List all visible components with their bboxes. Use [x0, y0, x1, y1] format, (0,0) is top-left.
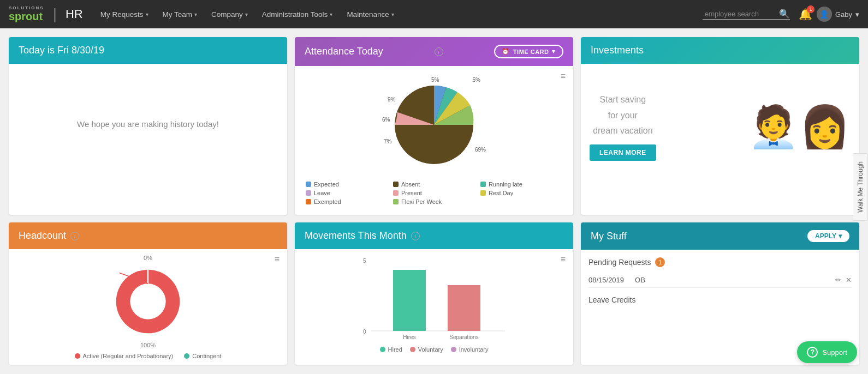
legend-item-exempted: Exempted: [306, 198, 388, 205]
nav-item-company[interactable]: Company ▾: [205, 7, 254, 22]
notification-button[interactable]: 🔔 1: [799, 8, 812, 21]
nav-item-my-requests[interactable]: My Requests ▾: [94, 7, 155, 22]
legend-label-expected: Expected: [314, 181, 339, 188]
legend-item-expected: Expected: [306, 181, 388, 188]
walk-me-through-label: Walk Me Through: [857, 161, 864, 213]
info-icon: i: [411, 232, 420, 240]
legend-item-running-late: Running late: [480, 181, 562, 188]
nav-item-maintenance[interactable]: Maintenance ▾: [340, 7, 400, 22]
headcount-donut-chart: [110, 263, 186, 340]
separations-label: Separations: [449, 334, 478, 340]
legend-color-flexi: [393, 199, 399, 204]
chevron-down-icon: ▾: [839, 232, 842, 240]
logo: SOLUTIONSsprout: [9, 6, 44, 22]
attendance-pie-chart: [390, 81, 478, 168]
legend-label-present: Present: [401, 190, 422, 196]
pending-requests-title: Pending Requests 1: [588, 257, 852, 267]
legend-item-absent: Absent: [393, 181, 475, 188]
notification-badge: 1: [807, 5, 815, 13]
attendance-legend: Expected Absent Running late Leave Prese…: [300, 177, 568, 209]
legend-item-active: Active (Regular and Probationary): [75, 353, 174, 359]
today-title: Today is Fri 8/30/19: [19, 45, 104, 56]
separations-bar: [448, 285, 480, 331]
legend-label-contingent: Contingent: [192, 353, 221, 359]
nav-item-admin-tools[interactable]: Administration Tools ▾: [255, 7, 340, 22]
chevron-down-icon: ▾: [146, 11, 148, 17]
pending-date: 08/15/2019: [588, 276, 624, 284]
investments-card: Investments Start saving for your dream …: [581, 37, 859, 215]
learn-more-button[interactable]: LEARN MORE: [590, 144, 656, 161]
main-content: Today is Fri 8/30/19 We hope you are mak…: [0, 28, 868, 373]
avatar: 👤: [817, 7, 832, 22]
pie-label-6pct: 6%: [382, 117, 390, 123]
y-label-5: 5: [363, 258, 366, 264]
investments-line2: for your: [608, 111, 638, 120]
investment-illustration: 🧑‍💼👩: [748, 106, 851, 147]
pie-label-9pct: 9%: [388, 96, 395, 102]
headcount-header: Headcount i: [9, 222, 287, 249]
investments-body: Start saving for your dream vacation LEA…: [581, 64, 859, 189]
pending-label: Pending Requests: [588, 258, 651, 267]
illustration-figures: 🧑‍💼👩: [748, 106, 851, 147]
legend-label-flexi: Flexi Per Week: [401, 198, 442, 205]
investments-title: Investments: [591, 45, 644, 56]
headcount-title: Headcount: [19, 230, 66, 242]
logo-text: SOLUTIONSsprout: [9, 6, 44, 23]
legend-color-voluntary: [410, 347, 415, 352]
legend-color-active: [75, 353, 80, 359]
menu-dots-icon[interactable]: ≡: [561, 255, 566, 264]
headcount-body: ≡ 0% 100% Active (Regular a: [9, 249, 287, 365]
movements-legend: Hired Voluntary Involuntary: [300, 346, 568, 353]
support-icon: ?: [807, 347, 818, 358]
nav-label-my-requests: My Requests: [100, 10, 144, 19]
time-card-label: TIME CARD: [513, 49, 549, 55]
investments-text: Start saving for your dream vacation: [593, 92, 652, 139]
clock-icon: ⏰: [502, 48, 510, 55]
nav-items: My Requests ▾ My Team ▾ Company ▾ Admini…: [94, 7, 703, 22]
movements-title: Movements This Month: [305, 230, 407, 242]
learn-more-label: LEARN MORE: [599, 149, 646, 156]
support-label: Support: [822, 348, 847, 357]
legend-label-exempted: Exempted: [314, 198, 341, 205]
search-icon[interactable]: 🔍: [779, 9, 790, 19]
legend-color-contingent: [184, 353, 189, 359]
headcount-card: Headcount i ≡ 0% 100%: [9, 222, 287, 365]
close-icon[interactable]: ✕: [846, 276, 852, 284]
leave-credits-label: Leave Credits: [588, 295, 635, 304]
edit-icon[interactable]: ✏: [835, 276, 841, 284]
walk-me-through-tab[interactable]: Walk Me Through: [853, 153, 868, 221]
hires-bar: [393, 270, 426, 331]
user-name: Gaby: [835, 10, 852, 19]
movements-chart-area: 5 0 Hires Separations: [300, 255, 568, 344]
nav-item-my-team[interactable]: My Team ▾: [156, 7, 204, 22]
info-icon: i: [435, 47, 443, 56]
investments-line1: Start saving: [600, 95, 646, 104]
user-menu[interactable]: 👤 Gaby ▾: [817, 7, 859, 22]
headcount-chart-container: 0% 100%: [14, 255, 282, 348]
apply-button[interactable]: APPLY ▾: [807, 230, 849, 242]
legend-item-hired: Hired: [380, 346, 402, 353]
legend-color-hired: [380, 347, 385, 352]
legend-item-voluntary: Voluntary: [410, 346, 443, 353]
legend-color-running-late: [480, 182, 486, 187]
chevron-down-icon: ▾: [855, 10, 859, 19]
pie-label-5pct-top: 5%: [431, 77, 439, 83]
time-card-button[interactable]: ⏰ TIME CARD ▾: [494, 45, 563, 58]
legend-label-rest-day: Rest Day: [489, 190, 513, 196]
today-message: We hope you are making history today!: [77, 119, 219, 129]
headcount-legend: Active (Regular and Probationary) Contin…: [14, 353, 282, 359]
nav-label-my-team: My Team: [163, 10, 193, 19]
pending-count-badge: 1: [655, 257, 665, 267]
legend-item-flexi: Flexi Per Week: [393, 198, 475, 205]
search-area: 🔍: [703, 9, 790, 20]
leave-credits-title: Leave Credits: [588, 295, 852, 304]
today-card: Today is Fri 8/30/19 We hope you are mak…: [9, 37, 287, 215]
legend-color-rest-day: [480, 190, 486, 196]
investments-line3: dream vacation: [593, 126, 652, 135]
legend-color-present: [393, 190, 399, 196]
search-input[interactable]: [703, 9, 779, 19]
legend-color-expected: [306, 182, 311, 187]
support-button[interactable]: ? Support: [797, 341, 857, 363]
attendance-card: Attendance Today i ⏰ TIME CARD ▾ ≡ 5% 5%…: [295, 37, 573, 215]
legend-item-involuntary: Involuntary: [451, 346, 489, 353]
